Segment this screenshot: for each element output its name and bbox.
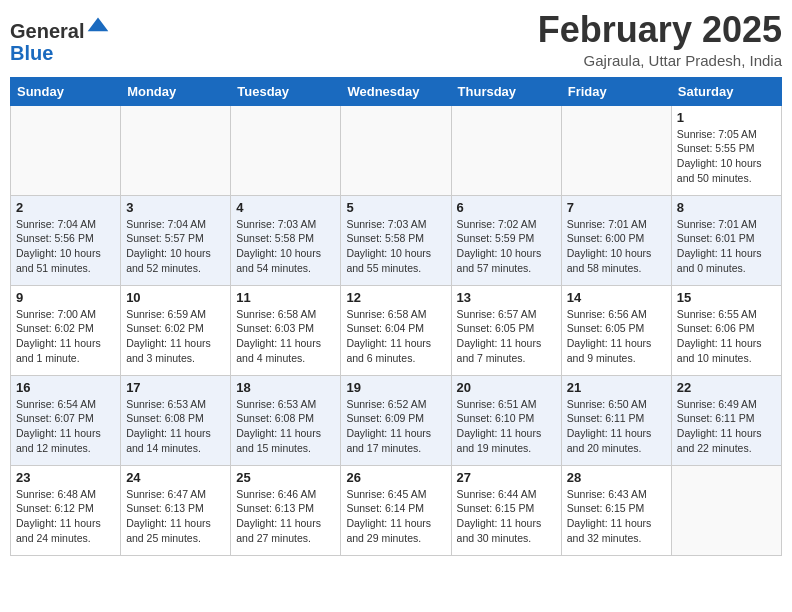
day-info: Sunrise: 6:54 AMSunset: 6:07 PMDaylight:… bbox=[16, 397, 115, 456]
day-info: Sunrise: 7:02 AMSunset: 5:59 PMDaylight:… bbox=[457, 217, 556, 276]
day-number: 23 bbox=[16, 470, 115, 485]
calendar-cell: 9Sunrise: 7:00 AMSunset: 6:02 PMDaylight… bbox=[11, 285, 121, 375]
day-number: 9 bbox=[16, 290, 115, 305]
day-info: Sunrise: 6:58 AMSunset: 6:03 PMDaylight:… bbox=[236, 307, 335, 366]
weekday-header-wednesday: Wednesday bbox=[341, 77, 451, 105]
day-number: 4 bbox=[236, 200, 335, 215]
svg-marker-0 bbox=[88, 17, 109, 31]
day-number: 8 bbox=[677, 200, 776, 215]
calendar-week-row: 23Sunrise: 6:48 AMSunset: 6:12 PMDayligh… bbox=[11, 465, 782, 555]
day-info: Sunrise: 6:49 AMSunset: 6:11 PMDaylight:… bbox=[677, 397, 776, 456]
calendar-cell: 4Sunrise: 7:03 AMSunset: 5:58 PMDaylight… bbox=[231, 195, 341, 285]
calendar-cell bbox=[121, 105, 231, 195]
day-info: Sunrise: 6:53 AMSunset: 6:08 PMDaylight:… bbox=[126, 397, 225, 456]
day-info: Sunrise: 6:44 AMSunset: 6:15 PMDaylight:… bbox=[457, 487, 556, 546]
calendar-cell: 8Sunrise: 7:01 AMSunset: 6:01 PMDaylight… bbox=[671, 195, 781, 285]
day-number: 18 bbox=[236, 380, 335, 395]
calendar-cell: 25Sunrise: 6:46 AMSunset: 6:13 PMDayligh… bbox=[231, 465, 341, 555]
day-number: 25 bbox=[236, 470, 335, 485]
calendar-cell: 18Sunrise: 6:53 AMSunset: 6:08 PMDayligh… bbox=[231, 375, 341, 465]
calendar-week-row: 2Sunrise: 7:04 AMSunset: 5:56 PMDaylight… bbox=[11, 195, 782, 285]
day-number: 27 bbox=[457, 470, 556, 485]
calendar-cell: 2Sunrise: 7:04 AMSunset: 5:56 PMDaylight… bbox=[11, 195, 121, 285]
day-number: 24 bbox=[126, 470, 225, 485]
day-info: Sunrise: 6:58 AMSunset: 6:04 PMDaylight:… bbox=[346, 307, 445, 366]
day-info: Sunrise: 7:03 AMSunset: 5:58 PMDaylight:… bbox=[236, 217, 335, 276]
day-info: Sunrise: 7:04 AMSunset: 5:57 PMDaylight:… bbox=[126, 217, 225, 276]
day-info: Sunrise: 6:59 AMSunset: 6:02 PMDaylight:… bbox=[126, 307, 225, 366]
title-block: February 2025 Gajraula, Uttar Pradesh, I… bbox=[538, 10, 782, 69]
day-number: 16 bbox=[16, 380, 115, 395]
day-info: Sunrise: 6:51 AMSunset: 6:10 PMDaylight:… bbox=[457, 397, 556, 456]
logo-icon bbox=[86, 14, 110, 38]
day-info: Sunrise: 6:56 AMSunset: 6:05 PMDaylight:… bbox=[567, 307, 666, 366]
calendar-cell: 11Sunrise: 6:58 AMSunset: 6:03 PMDayligh… bbox=[231, 285, 341, 375]
calendar-cell: 13Sunrise: 6:57 AMSunset: 6:05 PMDayligh… bbox=[451, 285, 561, 375]
day-number: 15 bbox=[677, 290, 776, 305]
day-number: 19 bbox=[346, 380, 445, 395]
day-info: Sunrise: 6:50 AMSunset: 6:11 PMDaylight:… bbox=[567, 397, 666, 456]
calendar-cell: 16Sunrise: 6:54 AMSunset: 6:07 PMDayligh… bbox=[11, 375, 121, 465]
day-info: Sunrise: 7:03 AMSunset: 5:58 PMDaylight:… bbox=[346, 217, 445, 276]
day-info: Sunrise: 7:01 AMSunset: 6:01 PMDaylight:… bbox=[677, 217, 776, 276]
day-number: 7 bbox=[567, 200, 666, 215]
day-number: 1 bbox=[677, 110, 776, 125]
calendar-cell bbox=[671, 465, 781, 555]
day-number: 5 bbox=[346, 200, 445, 215]
weekday-header-sunday: Sunday bbox=[11, 77, 121, 105]
calendar-cell: 27Sunrise: 6:44 AMSunset: 6:15 PMDayligh… bbox=[451, 465, 561, 555]
calendar-cell bbox=[341, 105, 451, 195]
logo: General Blue bbox=[10, 10, 110, 64]
weekday-header-tuesday: Tuesday bbox=[231, 77, 341, 105]
day-info: Sunrise: 6:45 AMSunset: 6:14 PMDaylight:… bbox=[346, 487, 445, 546]
day-number: 17 bbox=[126, 380, 225, 395]
calendar-cell: 19Sunrise: 6:52 AMSunset: 6:09 PMDayligh… bbox=[341, 375, 451, 465]
page-header: General Blue February 2025 Gajraula, Utt… bbox=[10, 10, 782, 69]
day-info: Sunrise: 7:05 AMSunset: 5:55 PMDaylight:… bbox=[677, 127, 776, 186]
day-number: 14 bbox=[567, 290, 666, 305]
calendar-cell: 3Sunrise: 7:04 AMSunset: 5:57 PMDaylight… bbox=[121, 195, 231, 285]
day-number: 3 bbox=[126, 200, 225, 215]
weekday-header-monday: Monday bbox=[121, 77, 231, 105]
day-number: 6 bbox=[457, 200, 556, 215]
day-info: Sunrise: 6:57 AMSunset: 6:05 PMDaylight:… bbox=[457, 307, 556, 366]
day-info: Sunrise: 7:04 AMSunset: 5:56 PMDaylight:… bbox=[16, 217, 115, 276]
calendar-week-row: 16Sunrise: 6:54 AMSunset: 6:07 PMDayligh… bbox=[11, 375, 782, 465]
day-number: 10 bbox=[126, 290, 225, 305]
calendar-cell: 20Sunrise: 6:51 AMSunset: 6:10 PMDayligh… bbox=[451, 375, 561, 465]
calendar-cell: 14Sunrise: 6:56 AMSunset: 6:05 PMDayligh… bbox=[561, 285, 671, 375]
day-number: 2 bbox=[16, 200, 115, 215]
calendar-week-row: 1Sunrise: 7:05 AMSunset: 5:55 PMDaylight… bbox=[11, 105, 782, 195]
weekday-header-thursday: Thursday bbox=[451, 77, 561, 105]
calendar-cell bbox=[11, 105, 121, 195]
day-number: 26 bbox=[346, 470, 445, 485]
calendar-table: SundayMondayTuesdayWednesdayThursdayFrid… bbox=[10, 77, 782, 556]
day-info: Sunrise: 6:55 AMSunset: 6:06 PMDaylight:… bbox=[677, 307, 776, 366]
month-title: February 2025 bbox=[538, 10, 782, 50]
calendar-cell: 17Sunrise: 6:53 AMSunset: 6:08 PMDayligh… bbox=[121, 375, 231, 465]
calendar-cell: 6Sunrise: 7:02 AMSunset: 5:59 PMDaylight… bbox=[451, 195, 561, 285]
calendar-cell: 10Sunrise: 6:59 AMSunset: 6:02 PMDayligh… bbox=[121, 285, 231, 375]
calendar-cell: 5Sunrise: 7:03 AMSunset: 5:58 PMDaylight… bbox=[341, 195, 451, 285]
calendar-cell: 23Sunrise: 6:48 AMSunset: 6:12 PMDayligh… bbox=[11, 465, 121, 555]
calendar-cell: 7Sunrise: 7:01 AMSunset: 6:00 PMDaylight… bbox=[561, 195, 671, 285]
calendar-cell: 22Sunrise: 6:49 AMSunset: 6:11 PMDayligh… bbox=[671, 375, 781, 465]
day-info: Sunrise: 6:47 AMSunset: 6:13 PMDaylight:… bbox=[126, 487, 225, 546]
calendar-cell: 1Sunrise: 7:05 AMSunset: 5:55 PMDaylight… bbox=[671, 105, 781, 195]
day-number: 11 bbox=[236, 290, 335, 305]
day-number: 22 bbox=[677, 380, 776, 395]
day-info: Sunrise: 6:46 AMSunset: 6:13 PMDaylight:… bbox=[236, 487, 335, 546]
weekday-header-friday: Friday bbox=[561, 77, 671, 105]
day-info: Sunrise: 7:00 AMSunset: 6:02 PMDaylight:… bbox=[16, 307, 115, 366]
day-info: Sunrise: 6:53 AMSunset: 6:08 PMDaylight:… bbox=[236, 397, 335, 456]
day-number: 12 bbox=[346, 290, 445, 305]
day-info: Sunrise: 6:48 AMSunset: 6:12 PMDaylight:… bbox=[16, 487, 115, 546]
calendar-cell bbox=[451, 105, 561, 195]
calendar-cell bbox=[231, 105, 341, 195]
calendar-cell: 12Sunrise: 6:58 AMSunset: 6:04 PMDayligh… bbox=[341, 285, 451, 375]
day-number: 28 bbox=[567, 470, 666, 485]
calendar-week-row: 9Sunrise: 7:00 AMSunset: 6:02 PMDaylight… bbox=[11, 285, 782, 375]
calendar-cell: 21Sunrise: 6:50 AMSunset: 6:11 PMDayligh… bbox=[561, 375, 671, 465]
day-info: Sunrise: 7:01 AMSunset: 6:00 PMDaylight:… bbox=[567, 217, 666, 276]
day-number: 21 bbox=[567, 380, 666, 395]
